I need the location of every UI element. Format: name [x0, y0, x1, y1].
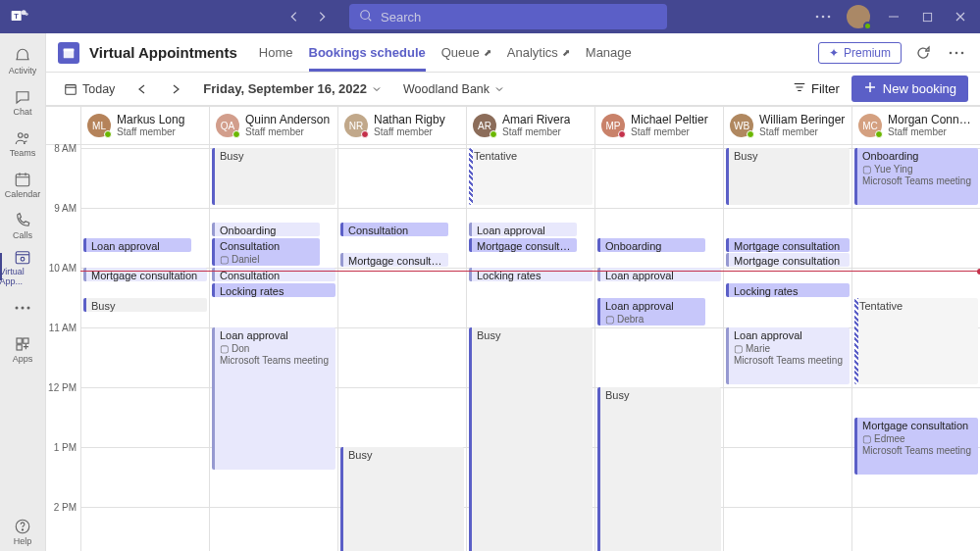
- calendar-event[interactable]: Onboarding: [212, 223, 320, 236]
- calendar-event[interactable]: Consultation: [340, 223, 448, 236]
- calendar-event[interactable]: Busy: [597, 387, 721, 551]
- calendar-event[interactable]: Consultation▢Daniel: [212, 238, 320, 266]
- more-icon[interactable]: [813, 7, 833, 26]
- staff-header[interactable]: MLMarkus LongStaff member: [81, 107, 209, 145]
- staff-slots[interactable]: ConsultationMortgage consultationBusy: [338, 145, 466, 551]
- time-label: 9 AM: [54, 203, 77, 214]
- premium-button[interactable]: ✦ Premium: [818, 42, 902, 64]
- location-dropdown[interactable]: Woodland Bank: [397, 78, 510, 100]
- calendar-event[interactable]: Mortgage consultation: [726, 238, 850, 252]
- staff-slots[interactable]: Onboarding▢Yue YingMicrosoft Teams meeti…: [852, 145, 980, 551]
- maximize-button[interactable]: [917, 7, 937, 26]
- calendar-event[interactable]: Busy: [83, 298, 207, 312]
- calendar-event[interactable]: Busy: [469, 327, 593, 551]
- event-title: Busy: [734, 150, 845, 164]
- prev-day-button[interactable]: [130, 79, 154, 99]
- svg-point-26: [961, 51, 964, 54]
- svg-rect-19: [17, 344, 22, 349]
- filter-button[interactable]: Filter: [793, 80, 840, 97]
- date-picker-button[interactable]: Today: [58, 78, 121, 100]
- staff-slots[interactable]: Loan approvalMortgage consultationBusy: [81, 145, 209, 551]
- tab-queue[interactable]: Queue⬈: [441, 33, 491, 72]
- svg-point-14: [16, 307, 19, 310]
- rail-activity[interactable]: Activity: [0, 41, 46, 80]
- staff-header[interactable]: WBWilliam BeringerStaff member: [724, 107, 851, 145]
- person-icon: ▢: [220, 343, 229, 356]
- time-label: 2 PM: [54, 502, 77, 513]
- rail-virtual-appointments[interactable]: Virtual App...: [0, 247, 46, 286]
- svg-point-16: [27, 307, 30, 310]
- rail-help[interactable]: Help: [0, 512, 46, 551]
- calendar-event[interactable]: Locking rates: [212, 283, 335, 297]
- calendar-event[interactable]: Tentative: [854, 298, 978, 384]
- filter-icon: [793, 80, 806, 97]
- calendar-event[interactable]: Onboarding: [597, 238, 705, 252]
- svg-rect-11: [16, 174, 29, 185]
- rail-more[interactable]: [0, 288, 46, 327]
- calendar-event[interactable]: Busy: [340, 447, 464, 551]
- svg-point-3: [25, 12, 27, 15]
- event-title: Mortgage consultation: [477, 240, 572, 252]
- calendar-event[interactable]: Loan approval▢DonMicrosoft Teams meeting: [212, 327, 335, 470]
- calendar-event[interactable]: Locking rates: [726, 283, 850, 297]
- tab-bookings-schedule[interactable]: Bookings schedule: [309, 33, 426, 72]
- next-day-button[interactable]: [164, 79, 187, 99]
- calendar-event[interactable]: Busy: [212, 148, 335, 205]
- calendar-event[interactable]: Loan approval: [83, 238, 191, 252]
- staff-header[interactable]: NRNathan RigbyStaff member: [338, 107, 466, 145]
- rail-apps[interactable]: Apps: [0, 329, 46, 369]
- calendar-event[interactable]: Mortgage consultation▢EdmeeMicrosoft Tea…: [854, 418, 978, 475]
- staff-header[interactable]: MPMichael PeltierStaff member: [595, 107, 723, 145]
- calendar-event[interactable]: Loan approval: [469, 223, 577, 236]
- calendar-event[interactable]: Mortgage consultation: [340, 253, 448, 267]
- tab-analytics[interactable]: Analytics⬈: [507, 33, 570, 72]
- calendar-event[interactable]: Tentative: [469, 148, 593, 205]
- event-attendee: ▢Marie: [734, 343, 845, 356]
- rail-label: Teams: [10, 148, 36, 158]
- svg-rect-23: [64, 48, 75, 51]
- premium-label: Premium: [844, 46, 891, 60]
- staff-slots[interactable]: BusyMortgage consultationMortgage consul…: [724, 145, 851, 551]
- staff-slots[interactable]: TentativeLoan approvalMortgage consultat…: [467, 145, 594, 551]
- staff-avatar: MP: [601, 114, 625, 137]
- new-booking-label: New booking: [883, 81, 956, 96]
- search-box[interactable]: [349, 4, 667, 29]
- staff-header[interactable]: MCMorgan ConnorsStaff member: [852, 107, 980, 145]
- calendar-event[interactable]: Mortgage consultation: [469, 238, 577, 252]
- staff-column: MPMichael PeltierStaff memberOnboardingL…: [594, 107, 723, 551]
- subheader: Virtual Appointments Home Bookings sched…: [46, 33, 980, 73]
- rail-label: Calls: [13, 230, 32, 240]
- tab-manage[interactable]: Manage: [586, 33, 632, 72]
- calendar-event[interactable]: Loan approval▢Debra: [597, 298, 705, 326]
- rail-calendar[interactable]: Calendar: [0, 165, 46, 204]
- back-button[interactable]: [283, 5, 306, 28]
- close-button[interactable]: [951, 7, 970, 26]
- staff-header[interactable]: ARAmari RiveraStaff member: [467, 107, 594, 145]
- svg-point-6: [822, 16, 825, 19]
- premium-icon: ✦: [829, 46, 839, 60]
- calendar-event[interactable]: Onboarding▢Yue YingMicrosoft Teams meeti…: [854, 148, 978, 205]
- calendar-event[interactable]: Mortgage consultation: [726, 253, 850, 267]
- search-input[interactable]: [381, 10, 657, 25]
- staff-slots[interactable]: OnboardingLoan approvalLoan approval▢Deb…: [595, 145, 723, 551]
- tab-home[interactable]: Home: [259, 33, 293, 72]
- rail-teams[interactable]: Teams: [0, 124, 46, 163]
- staff-column: MCMorgan ConnorsStaff memberOnboarding▢Y…: [851, 107, 980, 551]
- staff-header[interactable]: QAQuinn AndersonStaff member: [210, 107, 337, 145]
- staff-role: Staff member: [374, 126, 445, 137]
- rail-chat[interactable]: Chat: [0, 82, 46, 122]
- user-avatar[interactable]: [847, 5, 870, 28]
- time-label: 1 PM: [54, 442, 77, 453]
- refresh-button[interactable]: [911, 41, 935, 65]
- new-booking-button[interactable]: New booking: [851, 75, 968, 102]
- date-dropdown[interactable]: Friday, September 16, 2022: [197, 77, 387, 100]
- calendar-event[interactable]: Loan approval▢MarieMicrosoft Teams meeti…: [726, 327, 850, 384]
- minimize-button[interactable]: [884, 7, 903, 26]
- event-title: Loan approval: [91, 240, 186, 252]
- staff-role: Staff member: [245, 126, 330, 137]
- staff-slots[interactable]: BusyOnboardingConsultation▢DanielConsult…: [210, 145, 337, 551]
- rail-calls[interactable]: Calls: [0, 206, 46, 245]
- header-more-button[interactable]: [945, 41, 968, 65]
- calendar-event[interactable]: Busy: [726, 148, 850, 205]
- forward-button[interactable]: [310, 5, 334, 28]
